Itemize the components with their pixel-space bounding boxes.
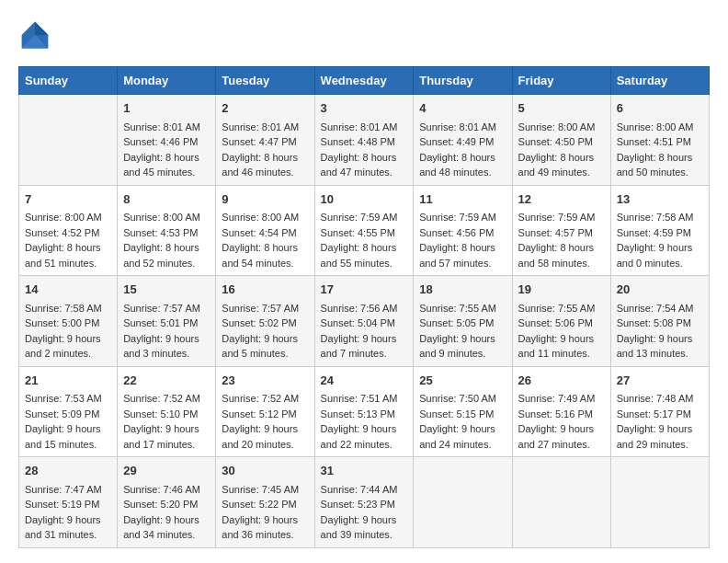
sunrise: Sunrise: 8:00 AM bbox=[123, 212, 200, 223]
sunrise: Sunrise: 7:53 AM bbox=[25, 393, 102, 404]
calendar-cell: 4Sunrise: 8:01 AMSunset: 4:49 PMDaylight… bbox=[414, 95, 512, 186]
page-header bbox=[18, 18, 710, 52]
calendar-cell: 26Sunrise: 7:49 AMSunset: 5:16 PMDayligh… bbox=[512, 366, 610, 457]
sunset: Sunset: 4:59 PM bbox=[617, 227, 691, 238]
daylight: Daylight: 8 hours and 49 minutes. bbox=[518, 152, 595, 178]
sunrise: Sunrise: 7:46 AM bbox=[123, 484, 200, 495]
sunset: Sunset: 5:15 PM bbox=[419, 408, 494, 419]
day-number: 25 bbox=[419, 372, 506, 390]
week-row-5: 28Sunrise: 7:47 AMSunset: 5:19 PMDayligh… bbox=[19, 457, 710, 548]
sunrise: Sunrise: 8:00 AM bbox=[25, 212, 102, 223]
daylight: Daylight: 8 hours and 51 minutes. bbox=[25, 242, 101, 269]
daylight: Daylight: 9 hours and 36 minutes. bbox=[222, 514, 298, 541]
sunset: Sunset: 4:47 PM bbox=[222, 136, 296, 147]
sunset: Sunset: 5:10 PM bbox=[123, 408, 198, 419]
sunrise: Sunrise: 7:58 AM bbox=[25, 303, 102, 314]
day-number: 29 bbox=[123, 462, 210, 480]
sunrise: Sunrise: 7:48 AM bbox=[617, 393, 694, 404]
day-number: 5 bbox=[518, 99, 605, 118]
daylight: Daylight: 9 hours and 9 minutes. bbox=[419, 333, 495, 360]
sunrise: Sunrise: 7:59 AM bbox=[518, 212, 596, 223]
day-number: 15 bbox=[123, 281, 210, 299]
daylight: Daylight: 8 hours and 58 minutes. bbox=[518, 242, 595, 269]
day-number: 20 bbox=[617, 281, 703, 299]
day-number: 8 bbox=[123, 190, 210, 209]
daylight: Daylight: 9 hours and 31 minutes. bbox=[25, 514, 101, 541]
sunset: Sunset: 4:55 PM bbox=[321, 227, 395, 238]
sunset: Sunset: 5:17 PM bbox=[617, 408, 691, 419]
calendar-cell: 27Sunrise: 7:48 AMSunset: 5:17 PMDayligh… bbox=[610, 366, 709, 457]
day-number: 22 bbox=[123, 372, 210, 390]
day-number: 28 bbox=[25, 462, 111, 480]
daylight: Daylight: 9 hours and 7 minutes. bbox=[321, 333, 397, 360]
week-row-4: 21Sunrise: 7:53 AMSunset: 5:09 PMDayligh… bbox=[19, 366, 710, 457]
daylight: Daylight: 8 hours and 50 minutes. bbox=[617, 152, 693, 178]
calendar-cell: 11Sunrise: 7:59 AMSunset: 4:56 PMDayligh… bbox=[414, 185, 512, 276]
sunset: Sunset: 4:53 PM bbox=[123, 227, 198, 238]
calendar-cell: 25Sunrise: 7:50 AMSunset: 5:15 PMDayligh… bbox=[414, 366, 512, 457]
daylight: Daylight: 9 hours and 5 minutes. bbox=[222, 333, 298, 360]
calendar-cell: 22Sunrise: 7:52 AMSunset: 5:10 PMDayligh… bbox=[118, 366, 216, 457]
header-cell-tuesday: Tuesday bbox=[216, 67, 314, 95]
calendar-cell bbox=[610, 457, 709, 548]
sunrise: Sunrise: 8:00 AM bbox=[518, 121, 596, 132]
sunset: Sunset: 5:20 PM bbox=[123, 499, 198, 510]
calendar-cell: 1Sunrise: 8:01 AMSunset: 4:46 PMDaylight… bbox=[118, 95, 216, 186]
sunrise: Sunrise: 7:49 AM bbox=[518, 393, 596, 404]
sunrise: Sunrise: 7:58 AM bbox=[617, 212, 694, 223]
sunrise: Sunrise: 7:59 AM bbox=[321, 212, 398, 223]
sunrise: Sunrise: 7:52 AM bbox=[222, 393, 299, 404]
header-row: SundayMondayTuesdayWednesdayThursdayFrid… bbox=[19, 67, 710, 95]
day-number: 11 bbox=[419, 190, 506, 209]
sunrise: Sunrise: 8:00 AM bbox=[222, 212, 299, 223]
daylight: Daylight: 9 hours and 29 minutes. bbox=[617, 423, 693, 450]
day-number: 7 bbox=[25, 190, 111, 209]
daylight: Daylight: 9 hours and 3 minutes. bbox=[123, 333, 199, 360]
sunset: Sunset: 4:56 PM bbox=[419, 227, 494, 238]
calendar-cell bbox=[512, 457, 610, 548]
daylight: Daylight: 9 hours and 27 minutes. bbox=[518, 423, 595, 450]
calendar-cell: 8Sunrise: 8:00 AMSunset: 4:53 PMDaylight… bbox=[118, 185, 216, 276]
calendar-cell: 21Sunrise: 7:53 AMSunset: 5:09 PMDayligh… bbox=[19, 366, 118, 457]
header-cell-monday: Monday bbox=[118, 67, 216, 95]
daylight: Daylight: 9 hours and 22 minutes. bbox=[321, 423, 397, 450]
daylight: Daylight: 8 hours and 52 minutes. bbox=[123, 242, 199, 269]
day-number: 3 bbox=[321, 99, 408, 118]
day-number: 23 bbox=[222, 372, 308, 390]
sunset: Sunset: 5:06 PM bbox=[518, 317, 593, 328]
daylight: Daylight: 9 hours and 39 minutes. bbox=[321, 514, 397, 541]
sunset: Sunset: 4:52 PM bbox=[25, 227, 99, 238]
header-cell-wednesday: Wednesday bbox=[314, 67, 414, 95]
sunset: Sunset: 4:50 PM bbox=[518, 136, 593, 147]
sunset: Sunset: 4:57 PM bbox=[518, 227, 593, 238]
sunrise: Sunrise: 7:56 AM bbox=[321, 303, 398, 314]
sunrise: Sunrise: 8:01 AM bbox=[321, 121, 398, 132]
sunset: Sunset: 5:19 PM bbox=[25, 499, 99, 510]
logo bbox=[18, 18, 57, 52]
calendar-cell: 31Sunrise: 7:44 AMSunset: 5:23 PMDayligh… bbox=[314, 457, 414, 548]
day-number: 21 bbox=[25, 372, 111, 390]
calendar-cell: 20Sunrise: 7:54 AMSunset: 5:08 PMDayligh… bbox=[610, 276, 709, 367]
calendar-cell: 10Sunrise: 7:59 AMSunset: 4:55 PMDayligh… bbox=[314, 185, 414, 276]
week-row-1: 1Sunrise: 8:01 AMSunset: 4:46 PMDaylight… bbox=[19, 95, 710, 186]
sunrise: Sunrise: 7:51 AM bbox=[321, 393, 398, 404]
day-number: 1 bbox=[123, 99, 210, 118]
calendar-cell bbox=[19, 95, 118, 186]
sunset: Sunset: 5:01 PM bbox=[123, 317, 198, 328]
daylight: Daylight: 8 hours and 46 minutes. bbox=[222, 152, 298, 178]
week-row-2: 7Sunrise: 8:00 AMSunset: 4:52 PMDaylight… bbox=[19, 185, 710, 276]
sunset: Sunset: 4:51 PM bbox=[617, 136, 691, 147]
sunset: Sunset: 5:22 PM bbox=[222, 499, 296, 510]
sunrise: Sunrise: 7:45 AM bbox=[222, 484, 299, 495]
sunset: Sunset: 5:23 PM bbox=[321, 499, 395, 510]
sunrise: Sunrise: 7:57 AM bbox=[123, 303, 200, 314]
sunset: Sunset: 5:09 PM bbox=[25, 408, 99, 419]
day-number: 6 bbox=[617, 99, 703, 118]
calendar-cell: 30Sunrise: 7:45 AMSunset: 5:22 PMDayligh… bbox=[216, 457, 314, 548]
day-number: 13 bbox=[617, 190, 703, 209]
sunset: Sunset: 5:16 PM bbox=[518, 408, 593, 419]
calendar-cell: 28Sunrise: 7:47 AMSunset: 5:19 PMDayligh… bbox=[19, 457, 118, 548]
daylight: Daylight: 8 hours and 45 minutes. bbox=[123, 152, 199, 178]
sunset: Sunset: 4:49 PM bbox=[419, 136, 494, 147]
daylight: Daylight: 8 hours and 47 minutes. bbox=[321, 152, 397, 178]
